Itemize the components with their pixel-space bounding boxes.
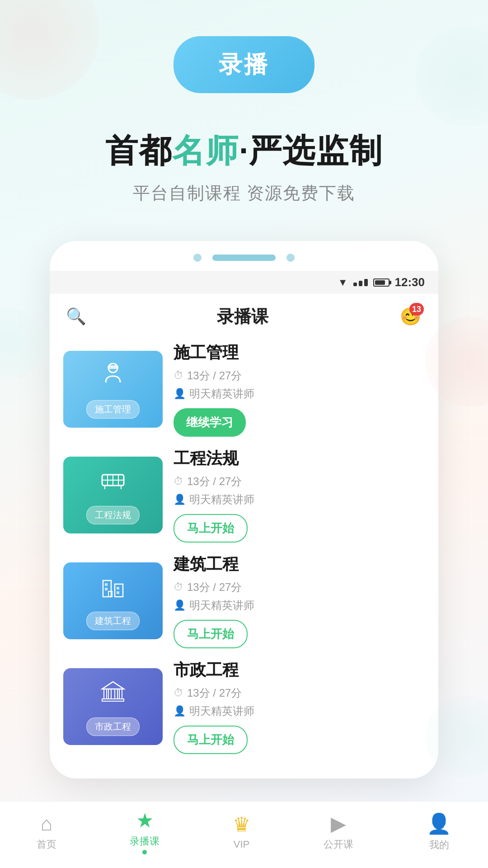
svg-rect-19 bbox=[108, 689, 111, 699]
wifi-icon: ▼ bbox=[338, 277, 348, 288]
phone-bar bbox=[212, 255, 276, 261]
svg-rect-10 bbox=[115, 584, 123, 597]
phone-top-indicator bbox=[50, 241, 438, 271]
duration-text-3: 13分 / 27分 bbox=[187, 580, 242, 594]
nav-item-lübo[interactable]: ★ 录播课 bbox=[130, 809, 160, 854]
duration-text-4: 13分 / 27分 bbox=[187, 686, 242, 700]
duration-text-1: 13分 / 27分 bbox=[187, 368, 242, 383]
svg-rect-22 bbox=[102, 699, 124, 701]
svg-marker-17 bbox=[102, 682, 124, 689]
svg-rect-1 bbox=[108, 365, 118, 369]
course-title-1: 施工管理 bbox=[174, 342, 425, 364]
continue-button-1[interactable]: 继续学习 bbox=[174, 408, 246, 437]
svg-rect-20 bbox=[115, 689, 117, 699]
teacher-icon-4: 👤 bbox=[174, 705, 186, 717]
search-icon[interactable]: 🔍 bbox=[66, 307, 86, 326]
svg-rect-13 bbox=[105, 588, 108, 590]
thumb-svg-icon-1 bbox=[99, 360, 127, 396]
course-meta-4: ⏱ 13分 / 27分 👤 明天精英讲师 bbox=[174, 686, 425, 718]
course-title-3: 建筑工程 bbox=[174, 553, 425, 576]
course-title-2: 工程法规 bbox=[174, 448, 425, 470]
course-action-3[interactable]: 马上开始 bbox=[174, 620, 425, 648]
course-info-4: 市政工程 ⏱ 13分 / 27分 👤 明天精英讲师 马上开始 bbox=[174, 659, 425, 754]
app-header: 🔍 录播课 😊 13 bbox=[50, 294, 438, 337]
thumb-svg-icon-4 bbox=[99, 677, 127, 713]
clock-icon-4: ⏱ bbox=[174, 687, 183, 699]
course-duration-4: ⏱ 13分 / 27分 bbox=[174, 686, 425, 700]
thumb-label-2: 工程法规 bbox=[86, 506, 140, 524]
public-course-icon: ▶ bbox=[331, 812, 346, 835]
start-button-4[interactable]: 马上开始 bbox=[174, 726, 248, 754]
thumb-svg-icon-3 bbox=[99, 571, 127, 607]
nav-label-lübo: 录播课 bbox=[130, 835, 160, 848]
nav-item-mine[interactable]: 👤 我的 bbox=[427, 812, 451, 852]
start-button-2[interactable]: 马上开始 bbox=[174, 514, 248, 542]
nav-label-public-course: 公开课 bbox=[324, 838, 353, 851]
start-button-3[interactable]: 马上开始 bbox=[174, 620, 248, 648]
course-meta-1: ⏱ 13分 / 27分 👤 明天精英讲师 bbox=[174, 368, 425, 401]
course-item-3[interactable]: 建筑工程 建筑工程 ⏱ 13分 / 27分 👤 明天精英讲师 马上开始 bbox=[63, 553, 425, 648]
battery-icon bbox=[373, 278, 389, 287]
svg-rect-15 bbox=[117, 591, 119, 594]
course-action-1[interactable]: 继续学习 bbox=[174, 408, 425, 437]
course-thumb-3: 建筑工程 bbox=[63, 562, 163, 639]
thumb-label-3: 建筑工程 bbox=[86, 612, 140, 630]
course-info-3: 建筑工程 ⏱ 13分 / 27分 👤 明天精英讲师 马上开始 bbox=[174, 553, 425, 648]
clock-icon-1: ⏱ bbox=[174, 370, 183, 382]
course-teacher-2: 👤 明天精英讲师 bbox=[174, 492, 425, 507]
course-teacher-3: 👤 明天精英讲师 bbox=[174, 598, 425, 613]
teacher-text-2: 明天精英讲师 bbox=[189, 492, 254, 507]
app-header-title: 录播课 bbox=[217, 305, 268, 328]
course-info-1: 施工管理 ⏱ 13分 / 27分 👤 明天精英讲师 继续学习 bbox=[174, 342, 425, 437]
course-duration-3: ⏱ 13分 / 27分 bbox=[174, 580, 425, 594]
headline-main: 首都名师·严选监制 bbox=[0, 129, 488, 173]
clock-icon-3: ⏱ bbox=[174, 581, 183, 593]
course-teacher-4: 👤 明天精英讲师 bbox=[174, 704, 425, 718]
duration-text-2: 13分 / 27分 bbox=[187, 474, 242, 489]
svg-rect-11 bbox=[105, 583, 108, 586]
course-item-4[interactable]: 市政工程 市政工程 ⏱ 13分 / 27分 👤 明天精英讲师 马上开始 bbox=[63, 659, 425, 754]
teacher-icon-1: 👤 bbox=[174, 388, 186, 400]
teacher-text-4: 明天精英讲师 bbox=[189, 704, 254, 718]
teacher-icon-2: 👤 bbox=[174, 494, 186, 505]
course-action-4[interactable]: 马上开始 bbox=[174, 726, 425, 754]
bottom-nav: ⌂ 首页 ★ 录播课 ♛ VIP ▶ 公开课 👤 我的 bbox=[0, 801, 488, 868]
course-info-2: 工程法规 ⏱ 13分 / 27分 👤 明天精英讲师 马上开始 bbox=[174, 448, 425, 542]
thumb-svg-icon-2 bbox=[99, 466, 127, 501]
course-thumb-1: 施工管理 bbox=[63, 351, 163, 428]
nav-item-vip[interactable]: ♛ VIP bbox=[233, 813, 250, 850]
course-thumb-4: 市政工程 bbox=[63, 668, 163, 745]
top-lübo-button[interactable]: 录播 bbox=[174, 36, 314, 93]
status-bar: ▼ 12:30 bbox=[50, 271, 438, 294]
nav-label-mine: 我的 bbox=[429, 838, 449, 852]
message-button[interactable]: 😊 13 bbox=[399, 305, 422, 328]
lübo-icon: ★ bbox=[136, 809, 154, 832]
course-item-1[interactable]: 施工管理 施工管理 ⏱ 13分 / 27分 👤 明天精英讲师 继续学习 bbox=[63, 342, 425, 437]
course-meta-2: ⏱ 13分 / 27分 👤 明天精英讲师 bbox=[174, 474, 425, 507]
course-item-2[interactable]: 工程法规 工程法规 ⏱ 13分 / 27分 👤 明天精英讲师 马上开始 bbox=[63, 448, 425, 542]
vip-icon: ♛ bbox=[233, 813, 250, 836]
phone-dot-right bbox=[286, 254, 295, 262]
course-action-2[interactable]: 马上开始 bbox=[174, 514, 425, 542]
course-list: 施工管理 施工管理 ⏱ 13分 / 27分 👤 明天精英讲师 继续学习 bbox=[50, 337, 438, 769]
course-title-4: 市政工程 bbox=[174, 659, 425, 681]
home-icon: ⌂ bbox=[41, 812, 53, 835]
teacher-text-1: 明天精英讲师 bbox=[189, 387, 254, 401]
phone-mockup: ▼ 12:30 🔍 录播课 😊 13 bbox=[50, 241, 438, 778]
course-teacher-1: 👤 明天精英讲师 bbox=[174, 387, 425, 401]
course-meta-3: ⏱ 13分 / 27分 👤 明天精英讲师 bbox=[174, 580, 425, 613]
nav-item-home[interactable]: ⌂ 首页 bbox=[37, 812, 56, 851]
thumb-label-1: 施工管理 bbox=[86, 400, 140, 419]
course-thumb-2: 工程法规 bbox=[63, 457, 163, 533]
teacher-icon-3: 👤 bbox=[174, 599, 186, 611]
headline-sub: 平台自制课程 资源免费下载 bbox=[0, 182, 488, 205]
thumb-label-4: 市政工程 bbox=[86, 717, 140, 736]
status-time: 12:30 bbox=[395, 275, 425, 289]
signal-icon bbox=[353, 279, 368, 286]
svg-rect-21 bbox=[119, 689, 122, 699]
nav-label-home: 首页 bbox=[37, 838, 56, 851]
nav-item-public-course[interactable]: ▶ 公开课 bbox=[324, 812, 353, 851]
course-duration-1: ⏱ 13分 / 27分 bbox=[174, 368, 425, 383]
message-badge: 13 bbox=[409, 303, 424, 316]
mine-icon: 👤 bbox=[427, 812, 451, 835]
